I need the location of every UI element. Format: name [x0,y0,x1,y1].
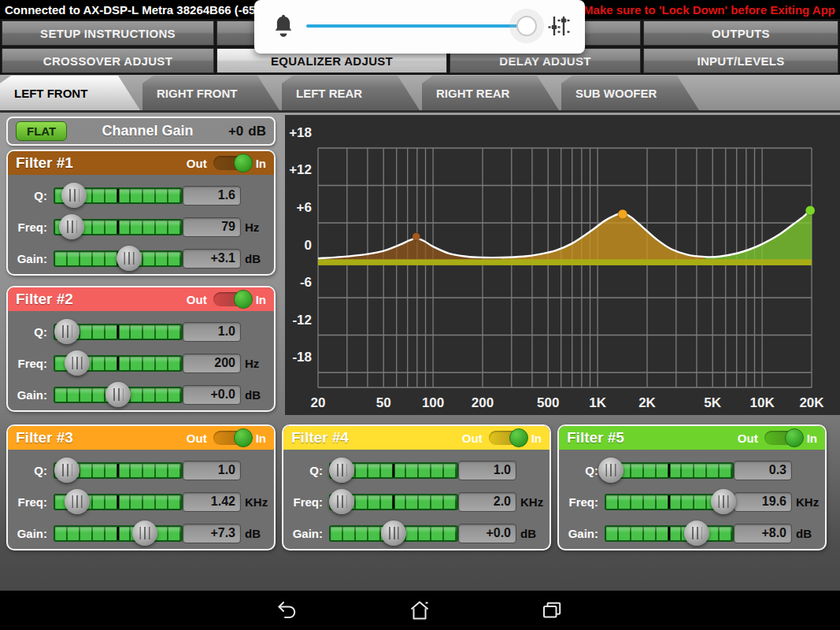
flat-button[interactable]: FLAT [16,121,67,141]
volume-slider[interactable] [306,24,531,28]
slider-thumb[interactable] [329,458,354,483]
tab-right-front[interactable]: RIGHT FRONT [142,76,279,110]
filter-5-title: Filter #5 [567,429,738,447]
filter-1-q-value: 1.6 [183,186,241,206]
filter-1-freq-unit: Hz [241,220,268,234]
slider-thumb[interactable] [54,458,80,483]
filter-3-gain-unit: dB [241,527,268,540]
filter-1-freq-label: Freq: [14,220,54,234]
sliders-icon[interactable] [547,14,571,38]
tab-left-rear[interactable]: LEFT REAR [282,76,420,110]
filter-5-in-label: In [807,432,817,445]
slider-thumb[interactable] [65,489,90,514]
menu-button-input-levels[interactable]: INPUT/LEVELS [643,48,838,73]
filter-1-gain-slider[interactable] [54,250,183,267]
android-navbar [0,591,840,630]
filter-5-in-out-toggle[interactable] [764,431,801,445]
filter-4-gain-label: Gain: [290,527,329,540]
svg-text:+18: +18 [289,125,312,140]
toggle-knob[interactable] [234,290,253,309]
filter-3-in-out-toggle[interactable] [213,431,250,445]
svg-text:+12: +12 [289,162,312,177]
filter-5-gain-slider[interactable] [605,525,734,542]
svg-text:-6: -6 [300,275,312,290]
filter-4-q-label: Q: [290,464,329,477]
filter-1-q-slider[interactable] [54,187,183,204]
filter-3-q-slider[interactable] [54,462,183,479]
filter-2-gain-unit: dB [241,388,268,402]
filter-3-freq-value: 1.42 [183,492,241,512]
slider-center-tick [668,464,671,477]
tab-left-front[interactable]: LEFT FRONT [0,76,140,110]
back-icon[interactable] [276,599,298,621]
filter-2-in-out-toggle[interactable] [213,292,250,306]
eq-response-graph: +18+12+60-6-12-1820501002005001K2K5K10K2… [285,115,840,415]
filter-2-out-label: Out [187,293,207,306]
filter-2-gain-label: Gain: [14,388,54,402]
filter-3-freq-slider[interactable] [54,494,183,510]
slider-thumb[interactable] [61,183,87,208]
filter-panel-5: Filter #5OutInQ:0.3Freq:19.6KHzGain:+8.0… [557,424,827,550]
toggle-knob[interactable] [234,428,253,447]
filter-3-gain-value: +7.3 [183,524,241,543]
filter-1-freq-slider[interactable] [54,219,183,235]
svg-text:0: 0 [305,238,312,253]
filter-4-q-slider[interactable] [329,462,458,479]
recents-icon[interactable] [541,599,563,621]
slider-thumb[interactable] [59,214,84,239]
toggle-knob[interactable] [785,428,804,447]
slider-thumb[interactable] [684,521,709,546]
slider-thumb[interactable] [711,489,736,514]
filter-2-q-label: Q: [14,325,54,339]
filter-panel-1: Filter #1OutInQ:1.6Freq:79HzGain:+3.1dB [6,150,276,276]
slider-thumb[interactable] [117,246,142,271]
filter-4-out-label: Out [462,432,483,445]
toggle-knob[interactable] [509,428,528,447]
slider-center-tick [117,189,120,202]
slider-thumb[interactable] [65,350,90,376]
volume-overlay [254,0,585,54]
filter-5-freq-slider[interactable] [605,494,734,510]
filter-3-gain-slider[interactable] [54,525,183,542]
filter-1-title: Filter #1 [16,154,187,172]
filter-4-in-out-toggle[interactable] [489,431,525,445]
filter-4-gain-slider[interactable] [329,525,458,542]
slider-thumb[interactable] [132,521,157,546]
svg-text:-12: -12 [292,313,312,328]
filter-4-freq-slider[interactable] [329,494,458,510]
filter-2-gain-slider[interactable] [54,387,183,403]
slider-center-tick [117,357,120,370]
slider-thumb[interactable] [598,458,624,483]
filter-2-in-label: In [256,293,266,306]
filter-1-in-label: In [256,157,266,170]
filter-5-gain-value: +8.0 [734,524,792,543]
filter-4-q-value: 1.0 [458,461,516,480]
filter-2-freq-label: Freq: [14,357,54,370]
filter-1-in-out-toggle[interactable] [213,156,250,170]
toggle-knob[interactable] [234,154,253,172]
volume-slider-knob[interactable] [516,16,537,36]
filter-2-freq-value: 200 [183,354,241,373]
filter-2-q-slider[interactable] [54,324,183,340]
slider-thumb[interactable] [381,521,406,546]
slider-thumb[interactable] [54,319,80,344]
filter-5-q-slider[interactable] [605,462,734,479]
tab-right-rear[interactable]: RIGHT REAR [422,76,559,110]
content-area: FLAT Channel Gain +0 dB +18+12+60-6-12-1… [0,113,840,591]
tab-bar: LEFT FRONTRIGHT FRONTLEFT REARRIGHT REAR… [0,75,840,113]
channel-gain-value: +0 [228,124,243,139]
menu-button-crossover-adjust[interactable]: CROSSOVER ADJUST [2,48,214,73]
home-icon[interactable] [409,599,431,621]
filter-4-freq-value: 2.0 [458,492,516,512]
filter-1-out-label: Out [187,157,207,170]
filter-4-header: Filter #4OutIn [283,426,550,450]
slider-thumb[interactable] [105,382,131,407]
menu-button-outputs[interactable]: OUTPUTS [643,20,838,46]
slider-thumb[interactable] [329,489,354,514]
tab-sub-woofer[interactable]: SUB WOOFER [561,76,699,110]
filter-2-freq-slider[interactable] [54,355,183,372]
filter-1-gain-value: +3.1 [183,249,241,269]
filter-5-gain-label: Gain: [565,527,605,540]
filter-3-q-label: Q: [14,464,54,477]
menu-button-setup-instructions[interactable]: SETUP INSTRUCTIONS [2,20,214,46]
